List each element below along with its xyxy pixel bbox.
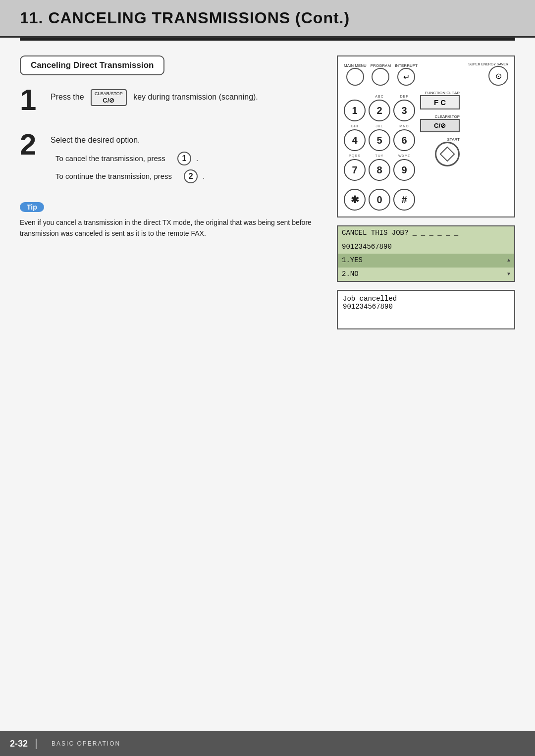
interrupt-btn-wrapper: INTERRUPT ↵ bbox=[395, 62, 418, 86]
left-column: Canceling Direct Transmission 1 Press th… bbox=[20, 55, 322, 719]
num-key-5: JKL 5 bbox=[369, 124, 390, 151]
interrupt-label: INTERRUPT bbox=[395, 63, 418, 68]
num-button-4[interactable]: 4 bbox=[344, 129, 366, 151]
step-2-content: Select the desired option. To cancel the… bbox=[51, 130, 205, 187]
job-cancelled-line1: Job cancelled bbox=[343, 295, 509, 303]
sub-step-2-period: . bbox=[203, 170, 205, 182]
fc-button[interactable]: F C bbox=[420, 95, 460, 109]
sub-step-1: To cancel the transmission, press 1 . bbox=[55, 152, 205, 165]
page-footer: 2-32 BASIC OPERATION bbox=[0, 731, 535, 756]
num-button-3[interactable]: 3 bbox=[393, 100, 415, 121]
cs-btn-group: CLEAR/STOP C/⊘ bbox=[420, 114, 460, 132]
numpad: 1 ABC 2 DEF 3 GHI 4 bbox=[344, 95, 415, 211]
start-btn-wrapper: START bbox=[420, 137, 460, 166]
lcd-cancel-line3: 1.YES ▲ bbox=[338, 254, 514, 268]
fc-label: FUNCTION CLEAR bbox=[420, 91, 460, 95]
right-column: MAIN MENU PROGRAM INTERRUPT ↵ bbox=[337, 55, 515, 719]
super-energy-label: SUPER ENERGY SAVER bbox=[468, 62, 508, 66]
footer-section-label: BASIC OPERATION bbox=[52, 740, 120, 747]
lcd-yes-text: 1.YES bbox=[342, 256, 363, 266]
super-energy-icon: ⊙ bbox=[495, 71, 502, 81]
num-button-5[interactable]: 5 bbox=[369, 129, 390, 151]
lcd-cancel-line1: CANCEL THIS JOB? _ _ _ _ _ _ bbox=[338, 226, 514, 240]
tip-section: Tip Even if you cancel a transmission in… bbox=[20, 202, 317, 239]
step-1-text-after: key during transmission (scanning). bbox=[133, 93, 258, 101]
num-button-star[interactable]: ✱ bbox=[344, 189, 366, 211]
num-button-9[interactable]: 9 bbox=[393, 159, 415, 181]
lcd-cancel-line4: 2.NO ▼ bbox=[338, 268, 514, 281]
step-1-content: Press the CLEAR/STOP C/⊘ key during tran… bbox=[51, 85, 258, 106]
program-btn-wrapper: PROGRAM bbox=[371, 62, 391, 86]
num-key-hash: # bbox=[393, 184, 415, 211]
step-1-text-before: Press the bbox=[51, 93, 84, 101]
main-menu-btn-wrapper: MAIN MENU bbox=[344, 62, 367, 86]
super-energy-button[interactable]: ⊙ bbox=[488, 66, 508, 86]
top-btn-group: MAIN MENU PROGRAM INTERRUPT ↵ bbox=[344, 62, 418, 86]
step-1-number: 1 bbox=[20, 85, 45, 115]
interrupt-button[interactable]: ↵ bbox=[397, 68, 415, 86]
num-key-1: 1 bbox=[344, 95, 366, 121]
program-button[interactable] bbox=[372, 68, 389, 86]
num-button-0[interactable]: 0 bbox=[369, 189, 390, 211]
num-button-6[interactable]: 6 bbox=[393, 129, 415, 151]
num-button-1[interactable]: 1 bbox=[344, 100, 366, 121]
cs-button[interactable]: C/⊘ bbox=[420, 119, 460, 132]
num-key-6: MNO 6 bbox=[393, 124, 415, 151]
sub-step-2-text: To continue the transmission, press bbox=[55, 170, 172, 182]
program-label: PROGRAM bbox=[371, 63, 391, 68]
job-cancelled-panel: Job cancelled 901234567890 bbox=[337, 290, 515, 329]
keypad-panel: MAIN MENU PROGRAM INTERRUPT ↵ bbox=[337, 55, 515, 217]
circle-num-1: 1 bbox=[177, 152, 191, 165]
page-header: 11. CANCELING TRANSMISSIONS (Cont.) bbox=[0, 0, 535, 38]
super-energy-wrapper: SUPER ENERGY SAVER ⊙ bbox=[468, 62, 508, 86]
num-button-2[interactable]: 2 bbox=[369, 100, 390, 121]
num-key-8: TUY 8 bbox=[369, 154, 390, 181]
circle-num-2: 2 bbox=[184, 169, 198, 183]
key-main-label: C/⊘ bbox=[103, 97, 114, 104]
key-top-label: CLEAR/STOP bbox=[95, 91, 123, 97]
arrow-up-icon: ▲ bbox=[507, 257, 510, 264]
page-wrapper: 11. CANCELING TRANSMISSIONS (Cont.) Canc… bbox=[0, 0, 535, 756]
clear-stop-key[interactable]: CLEAR/STOP C/⊘ bbox=[91, 89, 127, 106]
lcd-arrows-down: ▼ bbox=[507, 271, 510, 278]
step-2-text: Select the desired option. bbox=[51, 134, 205, 147]
step-1-row: 1 Press the CLEAR/STOP C/⊘ key during tr… bbox=[20, 85, 317, 115]
tip-badge: Tip bbox=[20, 202, 44, 212]
num-key-4: GHI 4 bbox=[344, 124, 366, 151]
tip-text: Even if you cancel a transmission in the… bbox=[20, 217, 317, 239]
job-cancelled-line2: 901234567890 bbox=[343, 303, 509, 311]
sub-step-1-text: To cancel the transmission, press bbox=[55, 153, 165, 164]
arrow-down-icon: ▼ bbox=[507, 271, 510, 278]
num-key-2: ABC 2 bbox=[369, 95, 390, 121]
step-2-number: 2 bbox=[20, 130, 45, 160]
start-label: START bbox=[447, 137, 460, 142]
fc-btn-group: FUNCTION CLEAR F C bbox=[420, 91, 460, 109]
footer-page-number: 2-32 bbox=[10, 739, 37, 749]
num-button-7[interactable]: 7 bbox=[344, 159, 366, 181]
keypad-with-side: 1 ABC 2 DEF 3 GHI 4 bbox=[344, 91, 508, 211]
lcd-no-text: 2.NO bbox=[342, 270, 359, 279]
num-button-hash[interactable]: # bbox=[393, 189, 415, 211]
num-key-9: WXYZ 9 bbox=[393, 154, 415, 181]
num-button-8[interactable]: 8 bbox=[369, 159, 390, 181]
sub-steps: To cancel the transmission, press 1 . To… bbox=[55, 152, 205, 183]
section-title: Canceling Direct Transmission bbox=[20, 55, 164, 75]
step-2-area: 2 Select the desired option. To cancel t… bbox=[20, 130, 317, 187]
lcd-arrows: ▲ bbox=[507, 257, 510, 264]
num-key-star: ✱ bbox=[344, 184, 366, 211]
page-title: 11. CANCELING TRANSMISSIONS (Cont.) bbox=[20, 9, 515, 27]
num-key-0: 0 bbox=[369, 184, 390, 211]
step-2-row: 2 Select the desired option. To cancel t… bbox=[20, 130, 317, 187]
keypad-top-buttons: MAIN MENU PROGRAM INTERRUPT ↵ bbox=[344, 62, 508, 86]
main-menu-button[interactable] bbox=[346, 68, 364, 86]
lcd-cancel-panel: CANCEL THIS JOB? _ _ _ _ _ _ 90123456789… bbox=[337, 225, 515, 282]
keypad-side-buttons: FUNCTION CLEAR F C CLEAR/STOP C/⊘ START bbox=[420, 91, 460, 211]
lcd-cancel-line2: 901234567890 bbox=[338, 240, 514, 254]
num-key-3: DEF 3 bbox=[393, 95, 415, 121]
start-button[interactable] bbox=[435, 142, 460, 166]
cs-label: CLEAR/STOP bbox=[420, 114, 460, 119]
main-content: Canceling Direct Transmission 1 Press th… bbox=[0, 41, 535, 734]
sub-step-1-period: . bbox=[196, 153, 198, 164]
sub-step-2: To continue the transmission, press 2 . bbox=[55, 169, 205, 183]
main-menu-label: MAIN MENU bbox=[344, 63, 367, 68]
